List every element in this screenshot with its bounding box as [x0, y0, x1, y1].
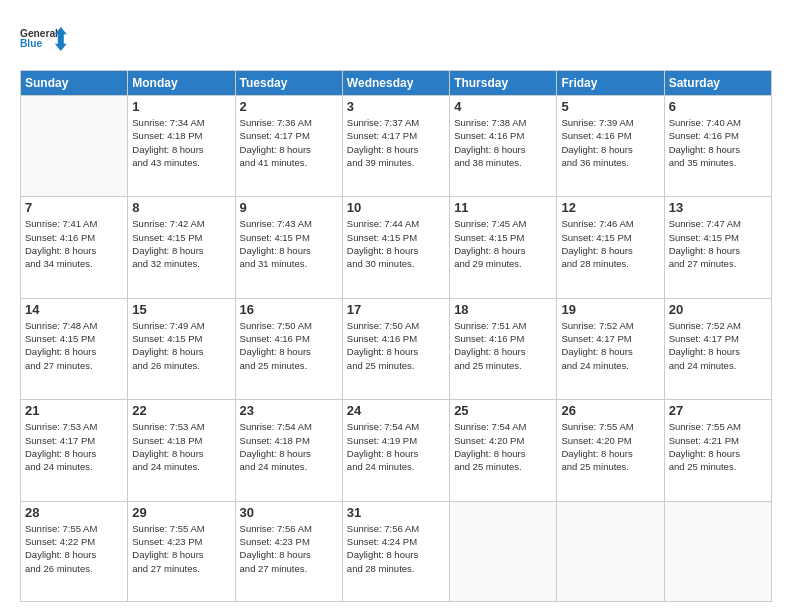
day-number: 30 — [240, 505, 338, 520]
day-number: 8 — [132, 200, 230, 215]
calendar-cell: 19Sunrise: 7:52 AM Sunset: 4:17 PM Dayli… — [557, 298, 664, 399]
calendar-cell: 25Sunrise: 7:54 AM Sunset: 4:20 PM Dayli… — [450, 400, 557, 501]
day-number: 13 — [669, 200, 767, 215]
day-info: Sunrise: 7:53 AM Sunset: 4:17 PM Dayligh… — [25, 420, 123, 473]
day-info: Sunrise: 7:44 AM Sunset: 4:15 PM Dayligh… — [347, 217, 445, 270]
calendar-table: SundayMondayTuesdayWednesdayThursdayFrid… — [20, 70, 772, 602]
calendar-cell: 23Sunrise: 7:54 AM Sunset: 4:18 PM Dayli… — [235, 400, 342, 501]
day-number: 19 — [561, 302, 659, 317]
day-info: Sunrise: 7:47 AM Sunset: 4:15 PM Dayligh… — [669, 217, 767, 270]
calendar-cell — [21, 96, 128, 197]
weekday-header-monday: Monday — [128, 71, 235, 96]
weekday-header-tuesday: Tuesday — [235, 71, 342, 96]
weekday-header-sunday: Sunday — [21, 71, 128, 96]
calendar-cell: 31Sunrise: 7:56 AM Sunset: 4:24 PM Dayli… — [342, 501, 449, 601]
calendar-cell: 11Sunrise: 7:45 AM Sunset: 4:15 PM Dayli… — [450, 197, 557, 298]
day-number: 25 — [454, 403, 552, 418]
day-info: Sunrise: 7:48 AM Sunset: 4:15 PM Dayligh… — [25, 319, 123, 372]
calendar-cell: 27Sunrise: 7:55 AM Sunset: 4:21 PM Dayli… — [664, 400, 771, 501]
day-number: 24 — [347, 403, 445, 418]
calendar-cell: 16Sunrise: 7:50 AM Sunset: 4:16 PM Dayli… — [235, 298, 342, 399]
day-info: Sunrise: 7:52 AM Sunset: 4:17 PM Dayligh… — [669, 319, 767, 372]
calendar-cell: 18Sunrise: 7:51 AM Sunset: 4:16 PM Dayli… — [450, 298, 557, 399]
calendar-cell: 8Sunrise: 7:42 AM Sunset: 4:15 PM Daylig… — [128, 197, 235, 298]
calendar-cell: 5Sunrise: 7:39 AM Sunset: 4:16 PM Daylig… — [557, 96, 664, 197]
calendar-cell: 12Sunrise: 7:46 AM Sunset: 4:15 PM Dayli… — [557, 197, 664, 298]
calendar-cell: 17Sunrise: 7:50 AM Sunset: 4:16 PM Dayli… — [342, 298, 449, 399]
day-info: Sunrise: 7:55 AM Sunset: 4:20 PM Dayligh… — [561, 420, 659, 473]
day-number: 22 — [132, 403, 230, 418]
day-info: Sunrise: 7:40 AM Sunset: 4:16 PM Dayligh… — [669, 116, 767, 169]
day-number: 17 — [347, 302, 445, 317]
page: General Blue SundayMondayTuesdayWednesda… — [0, 0, 792, 612]
day-info: Sunrise: 7:51 AM Sunset: 4:16 PM Dayligh… — [454, 319, 552, 372]
day-number: 28 — [25, 505, 123, 520]
calendar-cell — [557, 501, 664, 601]
day-number: 31 — [347, 505, 445, 520]
day-number: 21 — [25, 403, 123, 418]
header: General Blue — [20, 18, 772, 60]
day-number: 29 — [132, 505, 230, 520]
calendar-cell: 28Sunrise: 7:55 AM Sunset: 4:22 PM Dayli… — [21, 501, 128, 601]
weekday-header-saturday: Saturday — [664, 71, 771, 96]
day-number: 1 — [132, 99, 230, 114]
day-number: 15 — [132, 302, 230, 317]
calendar-cell: 26Sunrise: 7:55 AM Sunset: 4:20 PM Dayli… — [557, 400, 664, 501]
weekday-header-thursday: Thursday — [450, 71, 557, 96]
day-number: 26 — [561, 403, 659, 418]
day-info: Sunrise: 7:52 AM Sunset: 4:17 PM Dayligh… — [561, 319, 659, 372]
calendar-cell: 30Sunrise: 7:56 AM Sunset: 4:23 PM Dayli… — [235, 501, 342, 601]
logo-svg: General Blue — [20, 18, 68, 60]
logo: General Blue — [20, 18, 68, 60]
day-info: Sunrise: 7:55 AM Sunset: 4:21 PM Dayligh… — [669, 420, 767, 473]
day-info: Sunrise: 7:53 AM Sunset: 4:18 PM Dayligh… — [132, 420, 230, 473]
day-number: 16 — [240, 302, 338, 317]
day-info: Sunrise: 7:38 AM Sunset: 4:16 PM Dayligh… — [454, 116, 552, 169]
day-info: Sunrise: 7:56 AM Sunset: 4:24 PM Dayligh… — [347, 522, 445, 575]
calendar-cell: 14Sunrise: 7:48 AM Sunset: 4:15 PM Dayli… — [21, 298, 128, 399]
day-info: Sunrise: 7:45 AM Sunset: 4:15 PM Dayligh… — [454, 217, 552, 270]
calendar-cell: 10Sunrise: 7:44 AM Sunset: 4:15 PM Dayli… — [342, 197, 449, 298]
day-info: Sunrise: 7:37 AM Sunset: 4:17 PM Dayligh… — [347, 116, 445, 169]
svg-text:General: General — [20, 28, 58, 39]
day-info: Sunrise: 7:54 AM Sunset: 4:18 PM Dayligh… — [240, 420, 338, 473]
day-info: Sunrise: 7:49 AM Sunset: 4:15 PM Dayligh… — [132, 319, 230, 372]
calendar-cell: 1Sunrise: 7:34 AM Sunset: 4:18 PM Daylig… — [128, 96, 235, 197]
day-number: 9 — [240, 200, 338, 215]
day-info: Sunrise: 7:54 AM Sunset: 4:19 PM Dayligh… — [347, 420, 445, 473]
day-info: Sunrise: 7:54 AM Sunset: 4:20 PM Dayligh… — [454, 420, 552, 473]
day-number: 20 — [669, 302, 767, 317]
calendar-cell: 20Sunrise: 7:52 AM Sunset: 4:17 PM Dayli… — [664, 298, 771, 399]
day-info: Sunrise: 7:46 AM Sunset: 4:15 PM Dayligh… — [561, 217, 659, 270]
day-number: 2 — [240, 99, 338, 114]
day-info: Sunrise: 7:55 AM Sunset: 4:23 PM Dayligh… — [132, 522, 230, 575]
day-info: Sunrise: 7:43 AM Sunset: 4:15 PM Dayligh… — [240, 217, 338, 270]
calendar-cell: 22Sunrise: 7:53 AM Sunset: 4:18 PM Dayli… — [128, 400, 235, 501]
day-number: 5 — [561, 99, 659, 114]
day-number: 12 — [561, 200, 659, 215]
calendar-cell — [450, 501, 557, 601]
day-number: 4 — [454, 99, 552, 114]
calendar-cell: 7Sunrise: 7:41 AM Sunset: 4:16 PM Daylig… — [21, 197, 128, 298]
calendar-cell: 21Sunrise: 7:53 AM Sunset: 4:17 PM Dayli… — [21, 400, 128, 501]
day-info: Sunrise: 7:56 AM Sunset: 4:23 PM Dayligh… — [240, 522, 338, 575]
calendar-cell: 6Sunrise: 7:40 AM Sunset: 4:16 PM Daylig… — [664, 96, 771, 197]
day-info: Sunrise: 7:34 AM Sunset: 4:18 PM Dayligh… — [132, 116, 230, 169]
day-info: Sunrise: 7:39 AM Sunset: 4:16 PM Dayligh… — [561, 116, 659, 169]
calendar-cell: 13Sunrise: 7:47 AM Sunset: 4:15 PM Dayli… — [664, 197, 771, 298]
calendar-cell: 29Sunrise: 7:55 AM Sunset: 4:23 PM Dayli… — [128, 501, 235, 601]
weekday-header-wednesday: Wednesday — [342, 71, 449, 96]
day-number: 3 — [347, 99, 445, 114]
calendar-cell: 4Sunrise: 7:38 AM Sunset: 4:16 PM Daylig… — [450, 96, 557, 197]
day-number: 27 — [669, 403, 767, 418]
calendar-cell: 3Sunrise: 7:37 AM Sunset: 4:17 PM Daylig… — [342, 96, 449, 197]
day-number: 10 — [347, 200, 445, 215]
weekday-header-friday: Friday — [557, 71, 664, 96]
day-number: 18 — [454, 302, 552, 317]
day-info: Sunrise: 7:42 AM Sunset: 4:15 PM Dayligh… — [132, 217, 230, 270]
calendar-cell: 24Sunrise: 7:54 AM Sunset: 4:19 PM Dayli… — [342, 400, 449, 501]
day-number: 7 — [25, 200, 123, 215]
day-number: 14 — [25, 302, 123, 317]
calendar-cell: 9Sunrise: 7:43 AM Sunset: 4:15 PM Daylig… — [235, 197, 342, 298]
day-info: Sunrise: 7:55 AM Sunset: 4:22 PM Dayligh… — [25, 522, 123, 575]
